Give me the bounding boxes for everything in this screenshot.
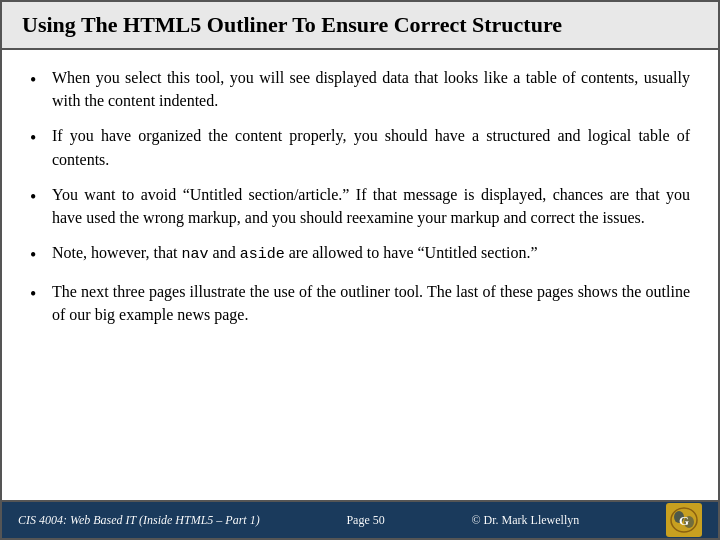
inline-code: nav: [182, 246, 209, 263]
footer-center: Page 50: [346, 513, 384, 528]
bullet-dot-2: •: [30, 124, 52, 151]
footer-content: CIS 4004: Web Based IT (Inside HTML5 – P…: [18, 503, 702, 537]
svg-text:G: G: [679, 513, 689, 528]
bullet-item-4: • Note, however, that nav and aside are …: [30, 241, 690, 268]
footer-logo: G: [666, 503, 702, 537]
logo-icon: G: [669, 506, 699, 534]
bullet-text-3: You want to avoid “Untitled section/arti…: [52, 183, 690, 229]
inline-code: aside: [240, 246, 285, 263]
bullet-item-1: • When you select this tool, you will se…: [30, 66, 690, 112]
bullet-dot-1: •: [30, 66, 52, 93]
slide-title: Using The HTML5 Outliner To Ensure Corre…: [2, 2, 718, 50]
slide-body: • When you select this tool, you will se…: [2, 50, 718, 500]
bullet-item-5: • The next three pages illustrate the us…: [30, 280, 690, 326]
bullet-dot-5: •: [30, 280, 52, 307]
bullet-text-4: Note, however, that nav and aside are al…: [52, 241, 690, 266]
footer-right: © Dr. Mark Llewellyn: [471, 513, 579, 528]
slide-footer: CIS 4004: Web Based IT (Inside HTML5 – P…: [2, 500, 718, 538]
bullet-text-2: If you have organized the content proper…: [52, 124, 690, 170]
bullet-dot-4: •: [30, 241, 52, 268]
bullet-item-2: • If you have organized the content prop…: [30, 124, 690, 170]
slide: Using The HTML5 Outliner To Ensure Corre…: [0, 0, 720, 540]
bullet-dot-3: •: [30, 183, 52, 210]
bullet-text-1: When you select this tool, you will see …: [52, 66, 690, 112]
bullet-item-3: • You want to avoid “Untitled section/ar…: [30, 183, 690, 229]
bullet-text-5: The next three pages illustrate the use …: [52, 280, 690, 326]
footer-left: CIS 4004: Web Based IT (Inside HTML5 – P…: [18, 513, 260, 528]
